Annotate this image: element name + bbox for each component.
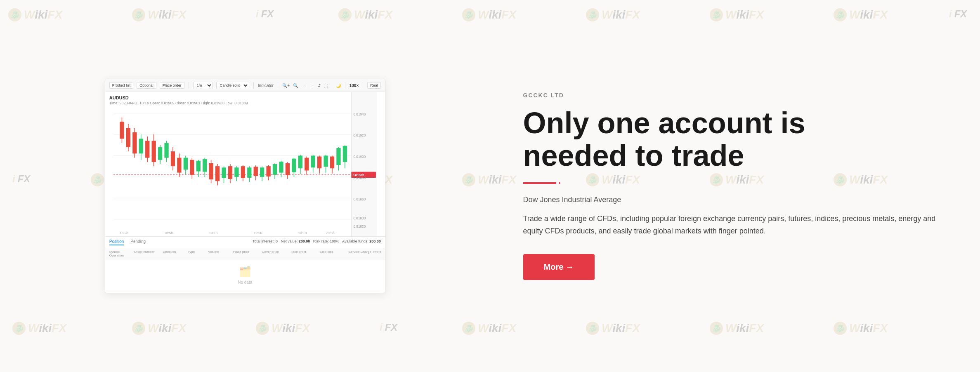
svg-rect-64: [298, 155, 302, 168]
pending-tab[interactable]: Pending: [130, 239, 146, 245]
svg-rect-76: [336, 148, 340, 165]
position-table: Position Pending Total interest: 0 Net v…: [105, 236, 385, 291]
svg-text:0.01860: 0.01860: [353, 198, 366, 201]
svg-text:18:28: 18:28: [120, 231, 128, 235]
svg-rect-8: [120, 122, 124, 139]
real-btn[interactable]: Real: [367, 82, 381, 89]
svg-rect-40: [222, 167, 226, 178]
separator-3: [278, 82, 278, 89]
svg-rect-52: [260, 167, 264, 177]
svg-rect-32: [196, 161, 200, 172]
arrow-right-icon[interactable]: →: [310, 83, 314, 88]
separator-5: [363, 82, 363, 89]
optional-btn[interactable]: Optional: [137, 82, 156, 89]
svg-text:19:56: 19:56: [253, 231, 262, 235]
svg-text:20:18: 20:18: [298, 231, 307, 235]
chart-info: Time: 2023-04-30 13:14 Open: 0.81909 Clo…: [109, 101, 248, 105]
sub-heading: Dow Jones Industrial Average: [523, 195, 939, 204]
company-label: GCCKC LTD: [523, 92, 939, 99]
svg-text:18:50: 18:50: [164, 231, 173, 235]
red-divider: [523, 182, 556, 184]
left-panel: Product list Optional Place order 1m 5m …: [0, 0, 490, 372]
position-tab[interactable]: Position: [109, 239, 124, 245]
svg-rect-42: [228, 166, 232, 179]
svg-text:19:16: 19:16: [209, 231, 217, 235]
svg-rect-54: [266, 166, 270, 177]
table-empty-state: 🗂️ No data: [105, 259, 385, 291]
svg-rect-22: [164, 143, 168, 158]
svg-rect-74: [330, 156, 334, 168]
svg-rect-12: [132, 132, 137, 153]
moon-icon[interactable]: 🌙: [336, 83, 341, 88]
summary-text: Total interest: 0 Net value: 200.00 Risk…: [253, 239, 381, 245]
refresh-icon[interactable]: ↺: [317, 83, 321, 88]
svg-rect-38: [215, 166, 220, 181]
product-list-btn[interactable]: Product list: [109, 82, 134, 89]
svg-rect-60: [286, 163, 290, 175]
svg-rect-50: [253, 167, 257, 176]
indicator-btn[interactable]: Indicator: [258, 83, 274, 88]
svg-rect-72: [324, 155, 328, 167]
svg-rect-18: [151, 141, 156, 162]
right-panel: GCCKC LTD Only one account is needed to …: [490, 0, 980, 372]
svg-rect-58: [279, 162, 283, 173]
timeframe-select[interactable]: 1m 5m 15m 1h: [193, 82, 213, 89]
more-button[interactable]: More →: [523, 254, 595, 280]
fullscreen-icon[interactable]: ⛶: [324, 83, 328, 88]
svg-rect-46: [241, 166, 245, 178]
separator-2: [253, 82, 254, 89]
svg-rect-44: [234, 167, 239, 177]
arrow-left-icon[interactable]: ←: [302, 83, 307, 88]
svg-rect-66: [305, 158, 309, 171]
svg-rect-14: [139, 139, 143, 153]
chart-toolbar: Product list Optional Place order 1m 5m …: [105, 79, 385, 92]
table-tabs: Position Pending Total interest: 0 Net v…: [105, 237, 385, 248]
svg-rect-78: [343, 146, 347, 162]
svg-rect-36: [209, 163, 213, 179]
svg-rect-16: [145, 141, 149, 158]
svg-rect-30: [190, 160, 194, 175]
main-heading: Only one account is needed to trade: [523, 107, 939, 172]
candle-type-select[interactable]: Candle solid Line: [216, 82, 249, 89]
svg-text:0.01920: 0.01920: [353, 134, 366, 137]
svg-rect-70: [317, 156, 321, 168]
table-headers: Symbol Order number Direction Type volum…: [105, 248, 385, 259]
svg-rect-10: [126, 128, 130, 147]
svg-rect-62: [292, 159, 296, 172]
svg-rect-68: [311, 155, 315, 167]
svg-rect-26: [177, 158, 181, 173]
empty-icon: 🗂️: [239, 266, 251, 278]
chart-widget: Product list Optional Place order 1m 5m …: [105, 79, 385, 293]
zoom-in-icon[interactable]: 🔍+: [282, 83, 290, 88]
svg-text:0.01900: 0.01900: [353, 155, 366, 159]
main-container: Product list Optional Place order 1m 5m …: [0, 0, 980, 372]
svg-text:20:58: 20:58: [326, 231, 334, 235]
svg-rect-24: [171, 151, 175, 166]
place-order-btn[interactable]: Place order: [160, 82, 184, 89]
chart-area: AUDUSD Time: 2023-04-30 13:14 Open: 0.81…: [105, 92, 385, 236]
candlestick-chart: 18:28 18:50 19:16 19:56 20:18 20:58 0.01…: [105, 92, 385, 236]
svg-rect-48: [247, 167, 251, 178]
svg-text:0.01940: 0.01940: [353, 113, 366, 116]
svg-rect-28: [183, 158, 187, 170]
separator-4: [345, 82, 345, 89]
leverage-label: 100×: [349, 83, 359, 88]
zoom-out-icon[interactable]: 🔍-: [293, 83, 299, 88]
separator-1: [189, 82, 189, 89]
svg-text:0.81838: 0.81838: [353, 217, 366, 220]
svg-rect-56: [273, 164, 277, 175]
svg-text:0.81820: 0.81820: [353, 225, 366, 228]
chart-symbol: AUDUSD: [109, 95, 129, 100]
hero-description: Trade a wide range of CFDs, including po…: [523, 212, 939, 238]
svg-rect-34: [203, 159, 207, 172]
svg-rect-20: [158, 147, 162, 160]
svg-text:0.81875: 0.81875: [352, 173, 364, 177]
